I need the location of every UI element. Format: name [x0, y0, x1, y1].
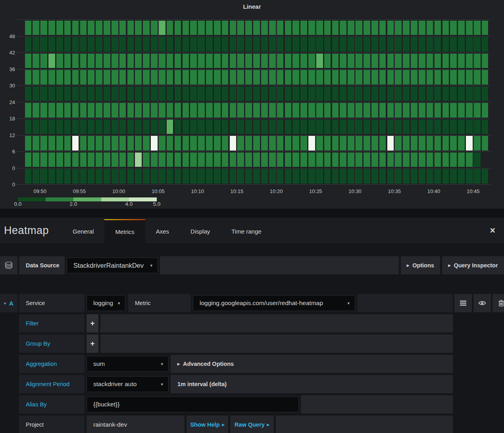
heatmap-cell: [127, 70, 134, 85]
tab-axes[interactable]: Axes: [145, 219, 180, 243]
heatmap-cell: [466, 87, 473, 101]
heatmap-cell: [175, 54, 181, 68]
tab-display[interactable]: Display: [180, 219, 221, 243]
heatmap-cell: [364, 87, 370, 101]
heatmap-cell: [364, 103, 370, 118]
heatmap-cell: [88, 169, 94, 184]
collapse-query-icon[interactable]: ▾: [4, 301, 6, 305]
close-icon[interactable]: ×: [490, 226, 495, 235]
heatmap-cell: [356, 103, 362, 118]
heatmap-cell: [292, 136, 299, 151]
datasource-select[interactable]: StackdriverRaintankDev ▾: [67, 257, 158, 273]
tab-time-range[interactable]: Time range: [221, 219, 272, 243]
gridline-horizontal: [17, 118, 491, 119]
metric-select[interactable]: logging.googleapis.com/user/redhat-heatm…: [193, 295, 355, 311]
heatmap-cell: [474, 70, 481, 85]
heatmap-cell: [72, 70, 79, 85]
heatmap-cell: [387, 21, 394, 35]
raw-query-button[interactable]: Raw Query ▸: [230, 416, 274, 433]
heatmap-cell: [190, 169, 197, 184]
tab-general[interactable]: General: [62, 219, 104, 243]
heatmap-cell: [411, 120, 417, 134]
heatmap-cell: [364, 37, 370, 52]
heatmap-cell: [419, 136, 425, 151]
heatmap-cell: [167, 87, 173, 101]
heatmap-cell: [364, 70, 370, 85]
datasource-icon-cell: [0, 256, 17, 274]
query-toggle-visibility-button[interactable]: [473, 294, 491, 312]
tab-metrics[interactable]: Metrics: [104, 219, 145, 243]
heatmap-cell: [442, 87, 449, 101]
heatmap-cell: [253, 21, 260, 35]
heatmap-cell: [253, 103, 260, 118]
menu-icon: [459, 300, 467, 306]
heatmap-cell: [198, 169, 205, 184]
heatmap-cell: [72, 120, 79, 134]
heatmap-cell: [340, 54, 346, 68]
heatmap-cell: [56, 21, 63, 35]
heatmap-cell: [269, 153, 276, 167]
service-select[interactable]: logging ▾: [87, 295, 125, 311]
heatmap-cell: [450, 169, 457, 184]
add-filter-button[interactable]: +: [87, 314, 98, 332]
heatmap-cell: [96, 103, 102, 118]
heatmap-cell: [371, 54, 378, 68]
heatmap-cell: [119, 37, 126, 52]
heatmap-cell: [419, 103, 425, 118]
advanced-options-toggle[interactable]: ▸ Advanced Options: [171, 355, 453, 373]
caret-down-icon: ▾: [347, 301, 350, 306]
heatmap-cell: [316, 153, 323, 167]
query-delete-button[interactable]: [492, 294, 504, 312]
heatmap-cell: [348, 37, 354, 52]
heatmap-cell: [206, 21, 213, 35]
heatmap-cell: [474, 54, 481, 68]
heatmap-cell: [324, 54, 331, 68]
heatmap-cell: [245, 103, 252, 118]
heatmap-cell: [183, 70, 189, 85]
heatmap-cell: [104, 153, 110, 167]
heatmap-cell: [371, 37, 378, 52]
query-ref-cell[interactable]: ▾ A: [0, 294, 17, 312]
add-group-by-button[interactable]: +: [87, 334, 98, 353]
heatmap-cell: [269, 70, 276, 85]
heatmap-cell: [458, 136, 465, 151]
heatmap-cell: [261, 120, 268, 134]
heatmap-cell: [64, 136, 71, 151]
heatmap-cell: [64, 153, 71, 167]
heatmap-cell: [127, 136, 134, 151]
heatmap-cell: [442, 120, 449, 134]
heatmap-cell: [403, 169, 410, 184]
query-inspector-button[interactable]: ▸ Query Inspector: [442, 256, 504, 274]
heatmap-cell: [112, 37, 118, 52]
heatmap-cell: [48, 153, 55, 167]
heatmap-cell: [151, 136, 158, 151]
heatmap-cell: [104, 37, 110, 52]
heatmap-cell: [395, 37, 402, 52]
heatmap-cell: [442, 103, 449, 118]
tab-label: Display: [190, 228, 210, 235]
heatmap-cell: [237, 87, 244, 101]
heatmap-cell: [222, 70, 229, 85]
heatmap-cell: [96, 37, 102, 52]
heatmap-cell: [324, 21, 331, 35]
heatmap-cell: [450, 103, 457, 118]
options-button[interactable]: ▸ Options: [401, 256, 440, 274]
aggregation-select[interactable]: sum ▾: [87, 356, 169, 372]
heatmap-cell: [159, 37, 165, 52]
gridline-horizontal: [17, 184, 491, 185]
heatmap-cell: [427, 21, 433, 35]
query-menu-button[interactable]: [454, 294, 472, 312]
alignment-period-select[interactable]: stackdriver auto ▾: [87, 376, 169, 392]
heatmap-cell: [356, 136, 362, 151]
heatmap-cell: [300, 21, 307, 35]
heatmap-cell: [411, 37, 417, 52]
heatmap-cell: [395, 169, 402, 184]
heatmap-cell: [119, 153, 126, 167]
heatmap-cell: [300, 153, 307, 167]
show-help-button[interactable]: Show Help ▸: [187, 416, 228, 433]
heatmap-cell: [33, 37, 39, 52]
heatmap-cell: [167, 136, 173, 151]
heatmap-cell: [340, 21, 346, 35]
heatmap-cell: [80, 136, 87, 151]
alias-by-input[interactable]: {{bucket}}: [87, 396, 299, 412]
